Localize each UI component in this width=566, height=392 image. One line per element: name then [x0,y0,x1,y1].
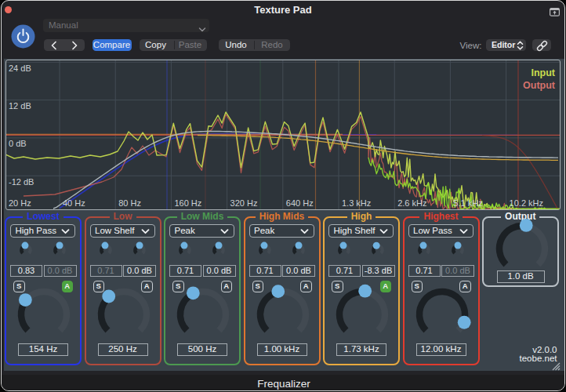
svg-text:12 dB: 12 dB [9,101,31,111]
svg-text:0 dB: 0 dB [9,139,27,148]
svg-text:24 dB: 24 dB [9,63,31,72]
svg-text:1.3 kHz: 1.3 kHz [342,198,371,208]
svg-text:Input: Input [531,67,555,78]
svg-text:320 Hz: 320 Hz [230,198,257,208]
svg-text:40 Hz: 40 Hz [63,198,85,208]
svg-text:5.1 kHz: 5.1 kHz [453,198,482,208]
svg-text:20 Hz: 20 Hz [9,198,31,208]
svg-text:10.2 kHz: 10.2 kHz [509,198,542,208]
svg-text:Output: Output [523,79,556,90]
svg-text:80 Hz: 80 Hz [118,198,141,208]
svg-text:160 Hz: 160 Hz [174,198,201,208]
svg-text:2.6 kHz: 2.6 kHz [397,198,426,208]
svg-text:640 Hz: 640 Hz [285,198,313,208]
svg-text:-12 dB: -12 dB [9,176,34,186]
